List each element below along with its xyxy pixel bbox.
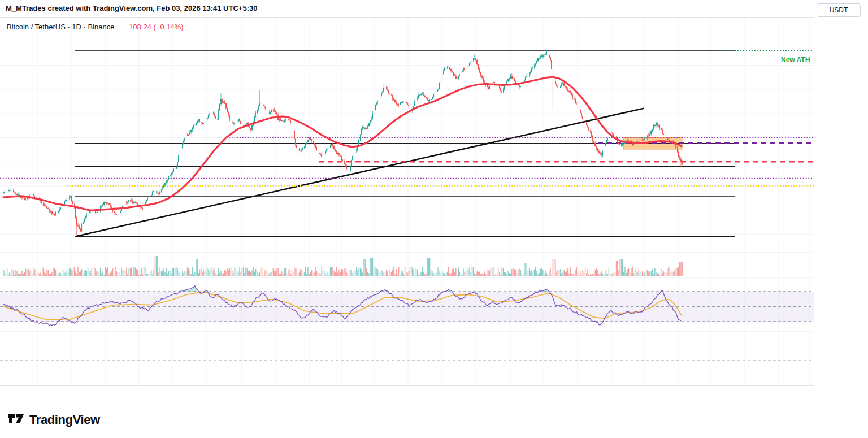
symbol-legend: Bitcoin / TetherUS · 1D · Binance−108.24… [7,23,184,31]
tradingview-logo-icon [8,412,25,428]
new-ath-label: New ATH [781,56,810,64]
chart-canvas[interactable] [0,18,814,385]
price-axis[interactable]: USDT [814,0,868,368]
attribution-text: M_MTrades created with TradingView.com, … [6,4,257,12]
time-axis[interactable] [0,385,814,403]
footer: TradingView [0,402,868,438]
symbol-title[interactable]: Bitcoin / TetherUS · 1D · Binance [7,23,115,31]
tradingview-logo[interactable]: TradingView [8,412,100,428]
chart-panel[interactable]: Bitcoin / TetherUS · 1D · Binance−108.24… [0,17,868,402]
axis-corner [814,368,868,385]
currency-toggle-button[interactable]: USDT [817,3,861,17]
change-value: −108.24 (−0.14%) [125,23,184,31]
tradingview-logo-text: TradingView [29,413,100,427]
tradingview-screenshot: M_MTrades created with TradingView.com, … [0,0,868,438]
